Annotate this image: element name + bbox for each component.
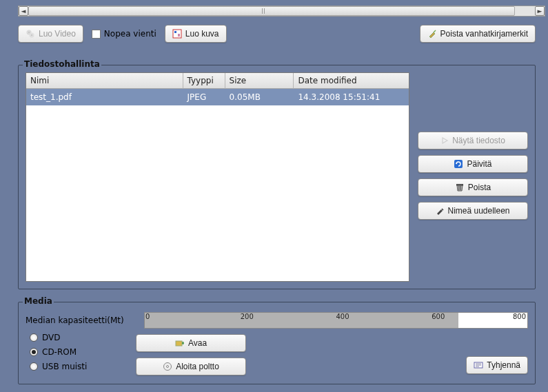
media-buttons: Avaa Aloita poltto — [136, 334, 246, 375]
table-body: test_1.pdf JPEG 0.05MB 14.3.2008 15:51:4… — [26, 89, 409, 281]
tick-4: 800 — [513, 313, 526, 320]
radio-dvd[interactable]: DVD — [30, 333, 87, 342]
svg-rect-4 — [173, 30, 181, 38]
refresh-icon — [454, 159, 463, 169]
file-actions: Näytä tiedosto Päivitä Poista Nimeä uude… — [418, 72, 528, 282]
file-manager-panel: Tiedostohallinta Nimi Tyyppi Size Date m… — [18, 65, 536, 289]
create-image-label: Luo kuva — [185, 29, 219, 39]
svg-line-7 — [434, 30, 436, 32]
broom-icon — [427, 29, 437, 39]
delete-button[interactable]: Poista — [418, 178, 528, 196]
column-size[interactable]: Size — [225, 73, 294, 89]
svg-rect-6 — [178, 34, 180, 37]
rename-label: Nimeä uudelleen — [447, 206, 509, 216]
file-table[interactable]: Nimi Tyyppi Size Date modified test_1.pd… — [26, 72, 409, 282]
svg-point-3 — [31, 34, 32, 36]
create-image-button[interactable]: Luo kuva — [165, 25, 227, 43]
radio-icon — [30, 348, 38, 356]
svg-rect-5 — [174, 31, 176, 33]
create-video-button[interactable]: Luo Video — [18, 25, 83, 43]
disc-icon — [163, 362, 172, 371]
cell-size: 0.05MB — [225, 89, 294, 105]
edit-icon — [436, 207, 444, 215]
column-date[interactable]: Date modified — [294, 73, 409, 89]
capacity-label: Median kapasiteetti(Mt) — [26, 316, 124, 325]
capacity-bar: 0 200 400 600 800 — [144, 312, 528, 329]
toolbar: Luo Video Nopea vienti Luo kuva Poista v… — [18, 25, 536, 43]
svg-rect-8 — [454, 160, 463, 168]
remove-bookmarks-label: Poista vanhatkirjamerkit — [440, 29, 528, 39]
media-type-radios: DVD CD-ROM USB muisti — [30, 333, 87, 371]
svg-point-15 — [167, 366, 169, 368]
scroll-thumb[interactable] — [28, 6, 515, 16]
trash-icon — [455, 183, 465, 192]
burn-button[interactable]: Aloita poltto — [136, 358, 246, 375]
refresh-button[interactable]: Päivitä — [418, 155, 528, 173]
table-header: Nimi Tyyppi Size Date modified — [26, 73, 409, 89]
burn-label: Aloita poltto — [176, 362, 219, 371]
tick-0: 0 — [145, 313, 150, 320]
cell-type: JPEG — [183, 89, 225, 105]
show-file-button[interactable]: Näytä tiedosto — [418, 132, 528, 149]
radio-icon — [30, 362, 38, 371]
play-icon — [440, 136, 449, 145]
clear-icon — [474, 361, 483, 369]
radio-usb-label: USB muisti — [42, 362, 87, 371]
refresh-label: Päivitä — [467, 159, 491, 169]
fast-export-label: Nopea vienti — [104, 29, 156, 39]
radio-cdrom[interactable]: CD-ROM — [30, 347, 87, 357]
horizontal-scrollbar[interactable]: ◄ ► — [18, 6, 545, 17]
media-title: Media — [23, 296, 54, 306]
rename-button[interactable]: Nimeä uudelleen — [418, 202, 528, 220]
tick-2: 400 — [336, 313, 349, 320]
svg-rect-9 — [456, 185, 463, 186]
column-type[interactable]: Tyyppi — [183, 73, 225, 89]
checkbox-icon — [92, 30, 101, 39]
video-icon — [26, 29, 35, 39]
column-name[interactable]: Nimi — [26, 73, 183, 89]
radio-dvd-label: DVD — [42, 333, 60, 342]
radio-usb[interactable]: USB muisti — [30, 362, 87, 371]
radio-icon — [30, 333, 38, 342]
clear-label: Tyhjennä — [487, 360, 520, 370]
open-icon — [175, 339, 185, 347]
scroll-right-icon[interactable]: ► — [535, 6, 545, 16]
scroll-left-icon[interactable]: ◄ — [19, 6, 28, 16]
clear-button[interactable]: Tyhjennä — [466, 356, 528, 374]
svg-point-2 — [28, 32, 30, 33]
remove-bookmarks-button[interactable]: Poista vanhatkirjamerkit — [420, 25, 536, 43]
radio-cdrom-label: CD-ROM — [42, 347, 77, 357]
fast-export-checkbox[interactable]: Nopea vienti — [92, 29, 156, 39]
tick-3: 600 — [432, 313, 445, 320]
table-row[interactable]: test_1.pdf JPEG 0.05MB 14.3.2008 15:51:4… — [26, 89, 409, 105]
create-video-label: Luo Video — [39, 29, 76, 39]
media-panel: Media Median kapasiteetti(Mt) 0 200 400 … — [18, 302, 536, 384]
capacity-fill — [145, 313, 458, 328]
cell-date: 14.3.2008 15:51:41 — [294, 89, 409, 105]
cell-name: test_1.pdf — [26, 89, 183, 105]
tick-1: 200 — [241, 313, 254, 320]
image-icon — [172, 29, 182, 39]
svg-rect-13 — [176, 341, 182, 346]
open-label: Avaa — [188, 338, 207, 348]
scroll-track[interactable] — [28, 6, 535, 16]
show-file-label: Näytä tiedosto — [452, 136, 505, 145]
open-button[interactable]: Avaa — [136, 334, 246, 352]
file-manager-title: Tiedostohallinta — [23, 59, 101, 69]
delete-label: Poista — [468, 183, 491, 192]
